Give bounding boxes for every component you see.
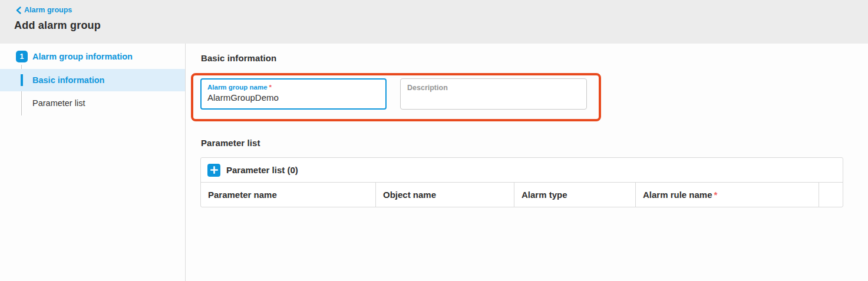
page-header: Alarm groups Add alarm group (0, 0, 868, 44)
column-header-empty (819, 183, 843, 207)
main-content: Basic information Alarm group name* Alar… (186, 44, 868, 281)
alarm-group-name-value: AlarmGroupDemo (207, 92, 379, 103)
description-input[interactable]: Description (400, 78, 587, 110)
step-number-badge: 1 (16, 51, 28, 62)
parameter-table-header: Parameter name Object name Alarm type Al… (201, 183, 843, 207)
active-indicator-bar (21, 74, 23, 86)
sidebar-item-basic-information[interactable]: Basic information (0, 69, 185, 91)
wizard-step-sidebar: 1 Alarm group information Basic informat… (0, 44, 186, 281)
sidebar-step-alarm-group-information[interactable]: 1 Alarm group information (0, 44, 185, 69)
page-title: Add alarm group (14, 19, 101, 32)
add-alarm-group-page: Alarm groups Add alarm group 1 Alarm gro… (0, 0, 868, 281)
column-header-alarm-type: Alarm type (514, 183, 636, 207)
add-parameter-button[interactable] (207, 164, 220, 177)
parameter-list-heading: Parameter list (201, 138, 260, 148)
step-label: Alarm group information (32, 52, 133, 61)
column-header-alarm-rule-name: Alarm rule name* (636, 183, 819, 207)
breadcrumb-alarm-groups[interactable]: Alarm groups (16, 6, 72, 14)
required-asterisk: * (714, 190, 718, 200)
page-body: 1 Alarm group information Basic informat… (0, 44, 868, 281)
column-header-parameter-name: Parameter name (201, 183, 376, 207)
column-header-object-name: Object name (376, 183, 514, 207)
sidebar-item-parameter-list[interactable]: Parameter list (0, 91, 185, 115)
alarm-group-name-input[interactable]: Alarm group name* AlarmGroupDemo (200, 78, 387, 110)
parameter-list-card: Parameter list (0) Parameter name Object… (200, 157, 843, 207)
back-chevron-icon (16, 6, 24, 14)
sidebar-item-label: Basic information (32, 75, 104, 85)
description-placeholder: Description (407, 84, 580, 92)
plus-icon (210, 166, 218, 174)
parameter-list-count-title: Parameter list (0) (226, 165, 298, 175)
basic-information-heading: Basic information (201, 53, 276, 63)
sidebar-item-label: Parameter list (32, 98, 85, 108)
breadcrumb-label: Alarm groups (24, 6, 72, 14)
parameter-list-card-header: Parameter list (0) (201, 158, 843, 183)
required-asterisk: * (269, 84, 272, 91)
alarm-group-name-label: Alarm group name* (207, 83, 379, 91)
